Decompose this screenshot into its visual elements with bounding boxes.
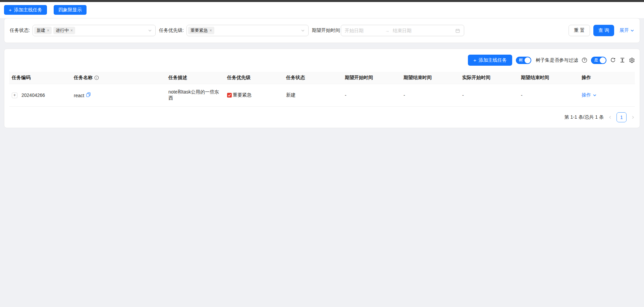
plus-icon: +: [473, 57, 476, 63]
header-expected-end-2: 期望结束时间: [518, 72, 579, 84]
status-filter-label: 任务状态:: [10, 27, 30, 34]
cell-expected-end-2: -: [518, 84, 579, 107]
status-tag-new-label: 新建: [37, 27, 45, 34]
plus-icon: +: [9, 7, 12, 13]
cell-task-priority: 重要紧急: [224, 84, 283, 107]
priority-select[interactable]: 重要紧急 ×: [186, 25, 309, 36]
cell-expected-end: -: [401, 84, 460, 107]
cell-task-status: 新建: [283, 84, 342, 107]
yes-switch-label: 是: [594, 57, 598, 63]
range-arrow-icon: →: [385, 28, 389, 33]
priority-filter-label: 任务优先级:: [159, 27, 184, 34]
pagination: 第 1-1 条/总共 1 条 1: [9, 112, 635, 122]
tree-filter-text: 树子集是否参与过滤: [536, 57, 578, 63]
priority-check-icon: [227, 93, 232, 98]
row-expand-button[interactable]: +: [12, 93, 17, 98]
page-number-button[interactable]: 1: [616, 112, 627, 122]
table-toolbar: + 添加主线任务 树 树子集是否参与过滤 是: [9, 55, 635, 66]
date-filter-label: 期望开始时间: [312, 27, 340, 34]
chevron-down-icon: [301, 28, 305, 33]
task-name-value: react: [74, 93, 84, 98]
switch-knob: [525, 57, 531, 63]
header-task-code: 任务编码: [9, 72, 71, 84]
tag-close-icon[interactable]: ×: [210, 28, 212, 33]
add-main-task-table-label: 添加主线任务: [479, 57, 507, 63]
task-table: 任务编码 任务名称 任务描述 任务优先级 任务状态 期望开始时间 期望结束时间 …: [9, 72, 635, 107]
cell-task-description: note和task公用的一些东西: [166, 84, 224, 107]
expand-label: 展开: [620, 27, 629, 34]
next-page-icon[interactable]: [631, 115, 635, 119]
previous-page-icon[interactable]: [608, 115, 612, 119]
status-select[interactable]: 新建 × 进行中 ×: [33, 25, 156, 36]
switch-knob: [600, 57, 606, 63]
status-tag-new: 新建 ×: [34, 27, 52, 34]
add-main-task-button-table[interactable]: + 添加主线任务: [468, 55, 512, 66]
chevron-down-icon: [148, 28, 152, 33]
cell-expected-start: -: [342, 84, 401, 107]
header-task-priority: 任务优先级: [224, 72, 283, 84]
start-date-input[interactable]: [345, 28, 384, 33]
tree-switch-label: 树: [519, 57, 523, 63]
filter-card: 任务状态: 新建 × 进行中 × 任务优先级: 重要紧急 × 期望开始时间 →: [4, 18, 640, 43]
row-action-dropdown[interactable]: 操作: [582, 92, 597, 98]
add-main-task-label: 添加主线任务: [14, 7, 42, 13]
priority-tag-urgent: 重要紧急 ×: [188, 27, 214, 34]
top-toolbar: + 添加主线任务 四象限显示: [0, 2, 644, 18]
query-button[interactable]: 查 询: [593, 25, 614, 36]
tree-filter-yes-switch[interactable]: 是: [591, 57, 606, 64]
filter-actions: 重 置 查 询 展开: [569, 25, 634, 36]
priority-tag-urgent-label: 重要紧急: [191, 27, 208, 34]
task-code-value: 202404266: [21, 93, 45, 98]
info-circle-icon[interactable]: [94, 75, 99, 80]
column-height-icon[interactable]: [620, 57, 625, 63]
header-task-status: 任务状态: [283, 72, 342, 84]
header-task-description: 任务描述: [166, 72, 224, 84]
chevron-down-icon: [593, 93, 597, 97]
reset-button[interactable]: 重 置: [569, 25, 590, 36]
tag-close-icon[interactable]: ×: [70, 28, 73, 33]
cell-task-name: react: [71, 84, 166, 107]
chevron-down-icon: [630, 28, 634, 33]
status-tag-inprogress-label: 进行中: [56, 27, 69, 34]
cell-task-code: + 202404266: [9, 84, 71, 107]
header-expected-start: 期望开始时间: [342, 72, 401, 84]
expected-start-date-range-picker[interactable]: →: [341, 25, 464, 36]
pagination-total-text: 第 1-1 条/总共 1 条: [565, 114, 604, 120]
quadrant-display-button[interactable]: 四象限显示: [54, 5, 87, 15]
quadrant-display-label: 四象限显示: [58, 7, 82, 13]
table-row: + 202404266 react note和task公用的一些东西: [9, 84, 635, 107]
help-circle-icon[interactable]: [582, 57, 587, 63]
calendar-icon: [455, 28, 460, 33]
header-expected-end: 期望结束时间: [401, 72, 460, 84]
task-table-card: + 添加主线任务 树 树子集是否参与过滤 是: [4, 49, 640, 128]
status-tag-inprogress: 进行中 ×: [53, 27, 75, 34]
copy-icon[interactable]: [86, 92, 91, 97]
end-date-input[interactable]: [393, 28, 432, 33]
header-task-name: 任务名称: [71, 72, 166, 84]
priority-value: 重要紧急: [233, 92, 252, 98]
cell-actions: 操作: [579, 84, 635, 107]
reload-icon[interactable]: [610, 57, 616, 63]
cell-actual-start: -: [460, 84, 518, 107]
header-actual-start: 实际开始时间: [460, 72, 518, 84]
tree-mode-switch[interactable]: 树: [516, 57, 531, 64]
table-header-row: 任务编码 任务名称 任务描述 任务优先级 任务状态 期望开始时间 期望结束时间 …: [9, 72, 635, 84]
expand-link[interactable]: 展开: [620, 27, 634, 34]
settings-gear-icon[interactable]: [629, 57, 635, 63]
add-main-task-button[interactable]: + 添加主线任务: [4, 5, 47, 15]
tag-close-icon[interactable]: ×: [47, 28, 49, 33]
header-actions: 操作: [579, 72, 635, 84]
action-label: 操作: [582, 92, 591, 98]
